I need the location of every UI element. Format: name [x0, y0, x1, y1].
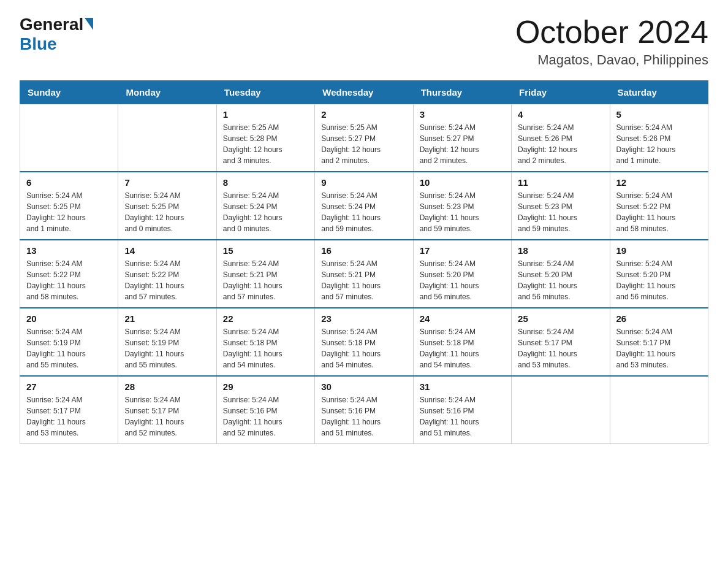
day-number: 10 — [420, 177, 505, 188]
header: General Blue October 2024 Magatos, Davao… — [20, 15, 708, 68]
day-info: Sunrise: 5:25 AM Sunset: 5:28 PM Dayligh… — [223, 122, 308, 166]
day-info: Sunrise: 5:24 AM Sunset: 5:19 PM Dayligh… — [26, 326, 112, 370]
calendar-cell — [512, 376, 610, 444]
logo-blue-text: Blue — [20, 34, 57, 54]
calendar-cell: 3Sunrise: 5:24 AM Sunset: 5:27 PM Daylig… — [413, 104, 511, 172]
day-number: 3 — [420, 109, 505, 120]
day-number: 18 — [518, 245, 603, 256]
day-number: 5 — [616, 109, 702, 120]
day-number: 22 — [223, 313, 308, 324]
day-number: 20 — [26, 313, 112, 324]
main-title: October 2024 — [515, 15, 708, 50]
day-number: 23 — [321, 313, 406, 324]
day-number: 11 — [518, 177, 603, 188]
day-info: Sunrise: 5:24 AM Sunset: 5:20 PM Dayligh… — [518, 258, 603, 302]
calendar-cell: 18Sunrise: 5:24 AM Sunset: 5:20 PM Dayli… — [512, 240, 610, 308]
col-header-wednesday: Wednesday — [315, 81, 413, 104]
calendar-cell: 9Sunrise: 5:24 AM Sunset: 5:24 PM Daylig… — [315, 172, 413, 240]
day-info: Sunrise: 5:24 AM Sunset: 5:20 PM Dayligh… — [420, 258, 505, 302]
day-number: 14 — [124, 245, 210, 256]
calendar-cell: 8Sunrise: 5:24 AM Sunset: 5:24 PM Daylig… — [216, 172, 314, 240]
day-number: 31 — [420, 381, 505, 392]
day-info: Sunrise: 5:25 AM Sunset: 5:27 PM Dayligh… — [321, 122, 406, 166]
calendar-cell: 10Sunrise: 5:24 AM Sunset: 5:23 PM Dayli… — [413, 172, 511, 240]
day-info: Sunrise: 5:24 AM Sunset: 5:23 PM Dayligh… — [420, 190, 505, 234]
calendar-week-row: 1Sunrise: 5:25 AM Sunset: 5:28 PM Daylig… — [20, 104, 708, 172]
day-number: 27 — [26, 381, 112, 392]
col-header-sunday: Sunday — [20, 81, 118, 104]
day-info: Sunrise: 5:24 AM Sunset: 5:17 PM Dayligh… — [518, 326, 603, 370]
day-info: Sunrise: 5:24 AM Sunset: 5:19 PM Dayligh… — [124, 326, 210, 370]
calendar-cell: 6Sunrise: 5:24 AM Sunset: 5:25 PM Daylig… — [20, 172, 118, 240]
day-info: Sunrise: 5:24 AM Sunset: 5:24 PM Dayligh… — [321, 190, 406, 234]
col-header-thursday: Thursday — [413, 81, 511, 104]
calendar-cell — [610, 376, 708, 444]
title-area: October 2024 Magatos, Davao, Philippines — [515, 15, 708, 68]
day-info: Sunrise: 5:24 AM Sunset: 5:23 PM Dayligh… — [518, 190, 603, 234]
calendar-cell: 25Sunrise: 5:24 AM Sunset: 5:17 PM Dayli… — [512, 308, 610, 376]
day-info: Sunrise: 5:24 AM Sunset: 5:24 PM Dayligh… — [223, 190, 308, 234]
day-number: 6 — [26, 177, 112, 188]
day-number: 9 — [321, 177, 406, 188]
calendar-cell: 1Sunrise: 5:25 AM Sunset: 5:28 PM Daylig… — [216, 104, 314, 172]
day-number: 21 — [124, 313, 210, 324]
day-number: 13 — [26, 245, 112, 256]
calendar-cell: 12Sunrise: 5:24 AM Sunset: 5:22 PM Dayli… — [610, 172, 708, 240]
calendar-cell: 2Sunrise: 5:25 AM Sunset: 5:27 PM Daylig… — [315, 104, 413, 172]
logo-triangle-icon — [85, 18, 93, 30]
calendar-cell: 22Sunrise: 5:24 AM Sunset: 5:18 PM Dayli… — [216, 308, 314, 376]
day-number: 24 — [420, 313, 505, 324]
day-info: Sunrise: 5:24 AM Sunset: 5:26 PM Dayligh… — [518, 122, 603, 166]
calendar-week-row: 20Sunrise: 5:24 AM Sunset: 5:19 PM Dayli… — [20, 308, 708, 376]
day-info: Sunrise: 5:24 AM Sunset: 5:17 PM Dayligh… — [124, 394, 210, 439]
calendar-cell: 16Sunrise: 5:24 AM Sunset: 5:21 PM Dayli… — [315, 240, 413, 308]
calendar-cell: 21Sunrise: 5:24 AM Sunset: 5:19 PM Dayli… — [118, 308, 216, 376]
day-info: Sunrise: 5:24 AM Sunset: 5:16 PM Dayligh… — [321, 394, 406, 439]
calendar-cell: 30Sunrise: 5:24 AM Sunset: 5:16 PM Dayli… — [315, 376, 413, 444]
day-info: Sunrise: 5:24 AM Sunset: 5:20 PM Dayligh… — [616, 258, 702, 302]
day-info: Sunrise: 5:24 AM Sunset: 5:26 PM Dayligh… — [616, 122, 702, 166]
day-info: Sunrise: 5:24 AM Sunset: 5:21 PM Dayligh… — [223, 258, 308, 302]
day-info: Sunrise: 5:24 AM Sunset: 5:25 PM Dayligh… — [26, 190, 112, 234]
calendar-week-row: 6Sunrise: 5:24 AM Sunset: 5:25 PM Daylig… — [20, 172, 708, 240]
col-header-saturday: Saturday — [610, 81, 708, 104]
day-number: 25 — [518, 313, 603, 324]
day-number: 2 — [321, 109, 406, 120]
calendar-cell: 13Sunrise: 5:24 AM Sunset: 5:22 PM Dayli… — [20, 240, 118, 308]
calendar-cell: 14Sunrise: 5:24 AM Sunset: 5:22 PM Dayli… — [118, 240, 216, 308]
day-info: Sunrise: 5:24 AM Sunset: 5:22 PM Dayligh… — [616, 190, 702, 234]
col-header-tuesday: Tuesday — [216, 81, 314, 104]
calendar-week-row: 27Sunrise: 5:24 AM Sunset: 5:17 PM Dayli… — [20, 376, 708, 444]
day-info: Sunrise: 5:24 AM Sunset: 5:16 PM Dayligh… — [420, 394, 505, 439]
calendar-cell: 23Sunrise: 5:24 AM Sunset: 5:18 PM Dayli… — [315, 308, 413, 376]
calendar-cell: 11Sunrise: 5:24 AM Sunset: 5:23 PM Dayli… — [512, 172, 610, 240]
calendar-cell: 24Sunrise: 5:24 AM Sunset: 5:18 PM Dayli… — [413, 308, 511, 376]
day-info: Sunrise: 5:24 AM Sunset: 5:21 PM Dayligh… — [321, 258, 406, 302]
calendar-cell: 28Sunrise: 5:24 AM Sunset: 5:17 PM Dayli… — [118, 376, 216, 444]
day-number: 7 — [124, 177, 210, 188]
day-number: 28 — [124, 381, 210, 392]
col-header-monday: Monday — [118, 81, 216, 104]
subtitle: Magatos, Davao, Philippines — [515, 52, 708, 68]
calendar-cell: 31Sunrise: 5:24 AM Sunset: 5:16 PM Dayli… — [413, 376, 511, 444]
calendar-cell: 5Sunrise: 5:24 AM Sunset: 5:26 PM Daylig… — [610, 104, 708, 172]
calendar-header-row: SundayMondayTuesdayWednesdayThursdayFrid… — [20, 81, 708, 104]
calendar-cell: 26Sunrise: 5:24 AM Sunset: 5:17 PM Dayli… — [610, 308, 708, 376]
day-info: Sunrise: 5:24 AM Sunset: 5:16 PM Dayligh… — [223, 394, 308, 439]
logo: General Blue — [20, 15, 93, 54]
day-number: 19 — [616, 245, 702, 256]
calendar-week-row: 13Sunrise: 5:24 AM Sunset: 5:22 PM Dayli… — [20, 240, 708, 308]
calendar-cell — [118, 104, 216, 172]
day-number: 15 — [223, 245, 308, 256]
calendar-cell — [20, 104, 118, 172]
day-info: Sunrise: 5:24 AM Sunset: 5:17 PM Dayligh… — [26, 394, 112, 439]
day-info: Sunrise: 5:24 AM Sunset: 5:25 PM Dayligh… — [124, 190, 210, 234]
calendar-cell: 15Sunrise: 5:24 AM Sunset: 5:21 PM Dayli… — [216, 240, 314, 308]
calendar-cell: 20Sunrise: 5:24 AM Sunset: 5:19 PM Dayli… — [20, 308, 118, 376]
calendar-cell: 17Sunrise: 5:24 AM Sunset: 5:20 PM Dayli… — [413, 240, 511, 308]
calendar-cell: 7Sunrise: 5:24 AM Sunset: 5:25 PM Daylig… — [118, 172, 216, 240]
calendar-cell: 27Sunrise: 5:24 AM Sunset: 5:17 PM Dayli… — [20, 376, 118, 444]
day-number: 12 — [616, 177, 702, 188]
day-info: Sunrise: 5:24 AM Sunset: 5:18 PM Dayligh… — [321, 326, 406, 370]
logo-general-text: General — [20, 15, 83, 34]
